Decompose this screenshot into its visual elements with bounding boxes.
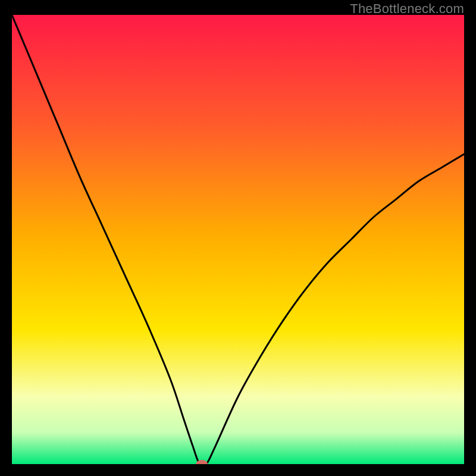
plot-area [12, 15, 464, 464]
watermark-text: TheBottleneck.com [350, 1, 464, 17]
chart-frame: TheBottleneck.com [0, 0, 476, 476]
chart-svg [12, 15, 464, 464]
